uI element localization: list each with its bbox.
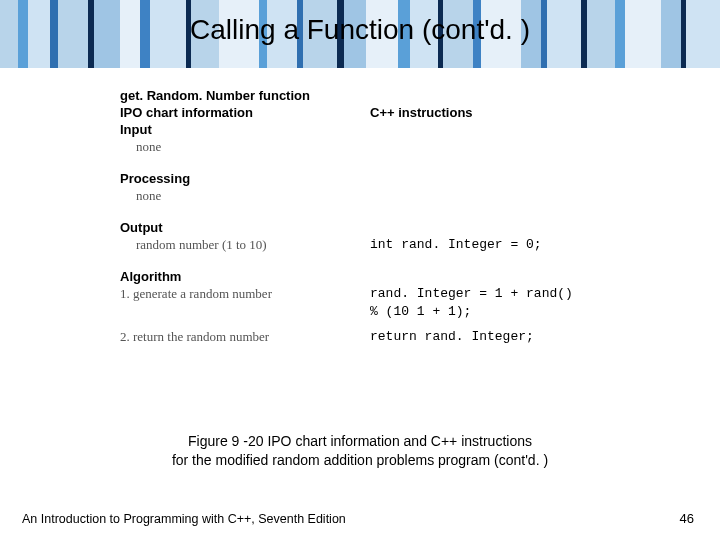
output-code: int rand. Integer = 0; (370, 237, 660, 252)
algorithm-label: Algorithm (120, 269, 370, 284)
algorithm-step-1: 1. generate a random number (120, 286, 370, 302)
algorithm-step-1-code-line-2: % (10 1 + 1); (370, 304, 660, 319)
algorithm-step-2: 2. return the random number (120, 329, 370, 345)
footer-book-title: An Introduction to Programming with C++,… (22, 512, 346, 526)
caption-line-1: Figure 9 -20 IPO chart information and C… (188, 433, 532, 449)
ipo-info-heading: IPO chart information (120, 105, 370, 120)
input-value: none (120, 139, 370, 155)
ipo-chart: get. Random. Number function IPO chart i… (120, 88, 660, 347)
output-value: random number (1 to 10) (120, 237, 370, 253)
cpp-instructions-heading: C++ instructions (370, 105, 660, 120)
slide-title: Calling a Function (cont'd. ) (0, 14, 720, 46)
input-label: Input (120, 122, 370, 137)
processing-label: Processing (120, 171, 370, 186)
page-number: 46 (680, 511, 694, 526)
caption-line-2: for the modified random addition problem… (172, 452, 548, 468)
figure-caption: Figure 9 -20 IPO chart information and C… (0, 432, 720, 470)
algorithm-step-2-code: return rand. Integer; (370, 329, 660, 344)
output-label: Output (120, 220, 370, 235)
function-name-heading: get. Random. Number function (120, 88, 370, 103)
algorithm-step-1-code-line-1: rand. Integer = 1 + rand() (370, 286, 660, 301)
processing-value: none (120, 188, 370, 204)
